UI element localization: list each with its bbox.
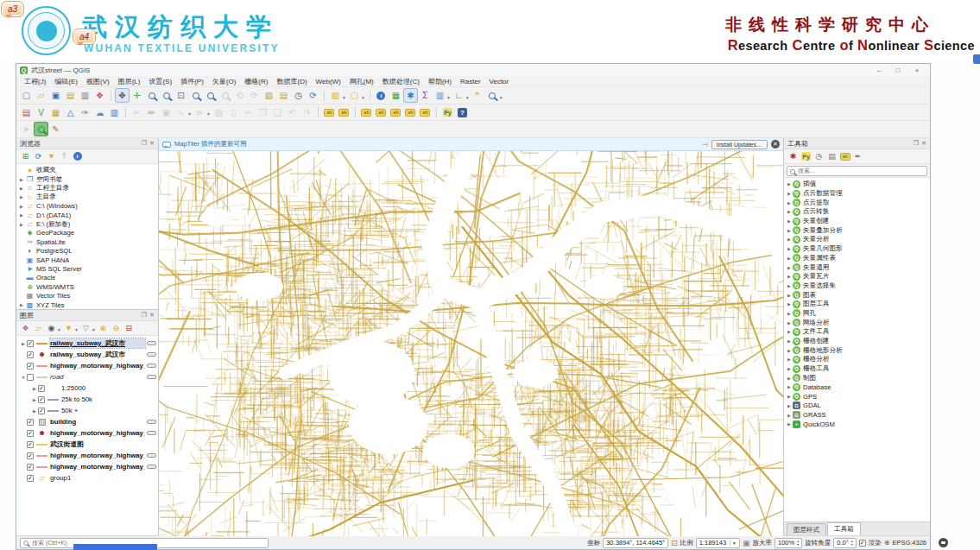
layer-checkbox[interactable]: ✓ (27, 452, 34, 459)
filter-legend-dropdown-icon[interactable]: ▼ (74, 327, 79, 332)
zoom-last-icon[interactable]: ⟲ (233, 89, 246, 102)
layers-close-icon[interactable]: ✕ (149, 312, 155, 319)
layer-item-railway-subway-line[interactable]: ▶✓railway_subway_武汉市 (18, 338, 158, 349)
expander-icon[interactable]: ▼ (20, 375, 27, 380)
layer-item-highway-motorway-4[interactable]: ✓highway_motorway_highway_mo (18, 461, 158, 472)
menu-vector-en[interactable]: Vector (485, 78, 514, 85)
new-print-layout-icon[interactable]: ▤ (64, 89, 77, 102)
toolbox-group-cartography[interactable]: ▶Q制图 (786, 373, 930, 382)
map-canvas-area[interactable] (159, 151, 783, 535)
expander-icon[interactable]: ▶ (786, 181, 793, 186)
new-map-view-icon[interactable]: ▧ (262, 89, 275, 102)
magnifier-spin-icons[interactable]: ▴▾ (797, 540, 799, 546)
toolbox-group-vector-analysis[interactable]: ▶Q矢量分析 (786, 235, 930, 244)
expander-icon[interactable]: ▶ (786, 384, 793, 389)
layer-item-road-25k-50k[interactable]: ▶✓25k to 50k (18, 394, 158, 405)
processing-toolbox-icon[interactable]: ✱ (404, 89, 417, 102)
expander-icon[interactable]: ▶ (786, 376, 793, 381)
expander-icon[interactable]: ▶ (786, 237, 793, 242)
expander-icon[interactable]: ▶ (786, 256, 793, 261)
maptiler-icon[interactable] (35, 123, 47, 136)
layer-checkbox[interactable]: ✓ (27, 351, 34, 358)
expander-icon[interactable]: ▶ (31, 408, 38, 414)
expander-icon[interactable]: ▶ (786, 228, 793, 233)
expander-icon[interactable]: ▶ (18, 177, 25, 182)
menu-settings[interactable]: 设置(S) (144, 77, 176, 86)
layer-item-highway-motorway-3[interactable]: ✓highway_motorway_highway_mo (18, 450, 158, 461)
new-project-icon[interactable]: ▢ (20, 89, 33, 102)
layer-checkbox[interactable]: ✓ (27, 464, 34, 471)
layer-checkbox[interactable]: ✓ (27, 475, 34, 482)
scale-dropdown-icon[interactable]: ▼ (730, 541, 737, 546)
toolbox-group-raster-creation[interactable]: ▶Q栅格创建 (786, 337, 930, 346)
zoom-next-icon[interactable]: ⟳ (248, 89, 261, 102)
zoom-native-icon[interactable] (218, 89, 231, 102)
toolbox-group-layer-tools[interactable]: ▶Q图层工具 (786, 300, 930, 309)
move-label-icon[interactable]: ab (389, 106, 402, 119)
pan-to-selection-icon[interactable]: ✛ (130, 89, 143, 102)
expander-icon[interactable]: ▶ (786, 394, 793, 399)
expander-icon[interactable]: ▶ (786, 413, 793, 418)
layer-item-group1[interactable]: ✓▱group1 (18, 472, 158, 484)
browser-item-spatial-bookmarks[interactable]: ▶❒空间书签 (18, 174, 158, 183)
select-features-icon[interactable]: ▧ (329, 89, 342, 102)
toolbox-group-point-cloud-conversion[interactable]: ▶Q点云转换 (786, 207, 930, 217)
layer-styling-icon[interactable]: ❖ (20, 323, 31, 334)
zoom-out-icon[interactable] (160, 89, 173, 102)
browser-item-ms-sql-server[interactable]: ➤MS SQL Server (18, 264, 158, 273)
expander-icon[interactable]: ▶ (31, 386, 38, 391)
zoom-in-icon[interactable] (145, 89, 158, 102)
remove-layer-icon[interactable]: ⊟ (123, 323, 135, 334)
toolbox-group-network-analysis[interactable]: ▶Q网络分析 (786, 318, 930, 327)
toolbox-group-database[interactable]: ▶QDatabase (786, 382, 930, 392)
lock-scale-icon[interactable]: ▣ (743, 539, 750, 547)
python-console-icon[interactable]: Py (441, 106, 454, 119)
browser-item-drive-e[interactable]: ▶▱E:\ (新加卷) (18, 219, 158, 228)
menu-project[interactable]: 工程(J) (20, 77, 50, 86)
toolbox-group-grass[interactable]: ▶GGRASS (786, 410, 930, 420)
toolbox-search-input[interactable] (787, 166, 927, 176)
expander-icon[interactable]: ▶ (18, 204, 25, 209)
browser-filter-icon[interactable]: ▼ (46, 151, 57, 162)
rotation-spinbox[interactable]: 0.0°▴▾ (833, 538, 856, 548)
measure-icon[interactable]: ∟ (452, 89, 465, 102)
filter-expression-dropdown-icon[interactable]: ▼ (92, 327, 96, 332)
toolbox-group-file-tools[interactable]: ▶Q文件工具 (786, 327, 930, 337)
browser-item-project-home[interactable]: ▶⌂工程主目录 (18, 184, 158, 193)
browser-item-spatialite[interactable]: ✑SpatiaLite (18, 237, 158, 246)
vertex-tool-icon[interactable]: ⊳ (193, 106, 206, 119)
pin-labels-icon[interactable]: ab (360, 106, 373, 119)
expander-icon[interactable]: ▶ (18, 186, 25, 191)
tab-toolbox[interactable]: 工具箱 (827, 522, 861, 535)
layer-item-highway-motorway-1[interactable]: ✓highway_motorway_highway_mo (18, 360, 158, 371)
toolbox-group-plots[interactable]: ▶Q图表 (786, 290, 930, 300)
layer-item-road-1-25000[interactable]: ▶✓1:25000 (18, 382, 158, 394)
zoom-to-layer-icon[interactable] (204, 89, 217, 102)
cut-features-icon[interactable]: ✂ (242, 106, 255, 119)
expand-all-icon[interactable]: ⊕ (98, 323, 109, 334)
save-layer-edits-icon[interactable]: ▣ (160, 106, 173, 119)
menu-vector[interactable]: 矢量(O) (208, 77, 241, 86)
layer-item-road-group[interactable]: ▼road (18, 371, 158, 382)
expander-icon[interactable]: ▶ (18, 212, 25, 218)
menu-web[interactable]: Web(W) (312, 78, 345, 85)
menu-edit[interactable]: 编辑(E) (50, 77, 82, 86)
toolbox-group-quickosm[interactable]: ▶+QuickOSM (786, 420, 930, 429)
identify-features-icon[interactable]: i (375, 89, 388, 102)
save-project-icon[interactable]: ▣ (49, 89, 62, 102)
toolbox-group-raster-terrain-analysis[interactable]: ▶Q栅格地形分析 (786, 345, 930, 355)
layer-labeling-icon[interactable]: ab (323, 106, 336, 119)
browser-item-home[interactable]: ▶⌂主目录 (18, 193, 158, 201)
toolbox-group-vector-overlay[interactable]: ▶Q矢量叠加分析 (786, 225, 930, 235)
toolbox-models-icon[interactable]: ✱ (787, 151, 799, 162)
redo-icon[interactable]: ↷ (300, 106, 313, 119)
toolbox-group-interpolation[interactable]: ▶Q插值 (786, 180, 930, 189)
expander-icon[interactable]: ▶ (786, 366, 793, 371)
layer-checkbox[interactable]: ✓ (27, 441, 34, 448)
deselect-features-dropdown-icon[interactable]: ▼ (361, 95, 365, 100)
toolbox-group-vector-tiles[interactable]: ▶Q矢量瓦片 (786, 272, 930, 281)
toolbox-group-vector-creation[interactable]: ▶Q矢量创建 (786, 217, 930, 226)
change-label-icon[interactable]: ab (419, 106, 432, 119)
toolbox-group-vector-table[interactable]: ▶Q矢量属性表 (786, 254, 930, 263)
add-line-feature-icon[interactable]: ∿ (174, 106, 187, 119)
